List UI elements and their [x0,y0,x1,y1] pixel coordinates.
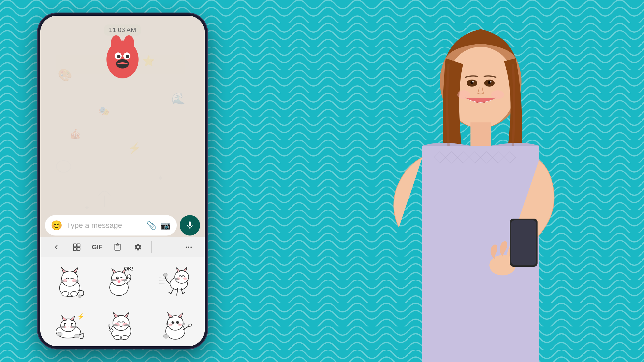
svg-text:⚡: ⚡ [128,142,141,154]
svg-point-130 [457,90,470,99]
mic-button[interactable] [180,215,200,236]
sticker-5[interactable] [96,304,149,346]
message-input-bar[interactable]: 😊 Type a message 📎 📷 [45,215,177,236]
more-button[interactable] [178,237,199,257]
keyboard-toolbar: GIF [40,237,205,257]
svg-point-69 [183,277,187,280]
sticker-6[interactable] [149,304,202,346]
clipboard-button[interactable] [107,237,128,257]
svg-point-110 [173,321,174,322]
svg-rect-23 [77,247,80,250]
svg-point-39 [62,291,69,296]
sticker-2[interactable]: OK! [96,260,149,304]
svg-line-97 [113,325,118,326]
svg-point-28 [62,271,78,286]
mic-icon [185,221,195,230]
svg-point-102 [121,335,128,340]
svg-rect-21 [77,244,80,247]
svg-point-112 [178,321,179,322]
svg-point-24 [186,246,187,248]
svg-line-59 [159,278,168,279]
svg-line-56 [111,280,116,281]
svg-point-81 [70,326,74,328]
camera-icon[interactable]: 📷 [161,221,171,230]
svg-point-128 [472,81,474,82]
svg-point-87 [74,334,80,338]
svg-point-80 [62,326,66,328]
svg-text:🎨: 🎨 [58,68,72,82]
svg-point-17 [117,55,120,58]
emoji-icon[interactable]: 😊 [51,220,62,231]
svg-line-38 [73,282,78,282]
svg-text:🌊: 🌊 [172,92,186,105]
svg-point-18 [126,55,129,58]
monster-sticker [99,33,146,80]
svg-point-40 [71,291,78,296]
svg-point-25 [188,246,190,248]
svg-rect-123 [470,122,491,146]
attach-icon[interactable]: 📎 [146,221,157,230]
svg-line-60 [159,281,167,281]
toolbar-divider [151,241,152,253]
svg-line-58 [122,280,127,281]
gif-button[interactable]: GIF [87,237,107,257]
svg-point-131 [491,90,504,99]
svg-line-61 [159,283,166,284]
svg-point-101 [114,335,121,340]
sticker-grid: OK! [40,257,205,346]
svg-point-70 [163,273,167,277]
sticker-1[interactable] [43,260,96,304]
svg-point-53 [118,280,120,283]
message-input-area: 😊 Type a message 📎 📷 [45,215,200,236]
svg-point-86 [57,332,62,336]
phone-frame: 🎨 ⭐ 🎭 🌊 🎪 ⚡ ✦ ✦ [38,13,207,349]
message-placeholder[interactable]: Type a message [66,221,142,230]
svg-point-26 [190,246,192,248]
svg-point-109 [172,321,174,324]
svg-rect-20 [74,244,76,247]
svg-line-116 [166,325,172,325]
sticker-toolbar-button[interactable] [66,237,87,257]
svg-rect-22 [74,247,76,250]
svg-line-99 [124,325,130,326]
svg-point-129 [490,81,491,82]
chat-area: 🎨 ⭐ 🎭 🌊 🎪 ⚡ ✦ ✦ [40,16,205,346]
svg-text:✦: ✦ [157,174,164,183]
svg-point-50 [117,277,118,278]
svg-line-36 [61,282,67,282]
sticker-3[interactable] [149,260,202,304]
svg-text:🎭: 🎭 [99,106,110,116]
sticker-4[interactable]: ⚡ [43,304,96,346]
svg-line-118 [179,325,185,325]
svg-point-63 [175,270,189,283]
svg-text:✦: ✦ [84,204,90,212]
svg-point-75 [61,319,76,332]
settings-button[interactable] [128,237,148,257]
svg-text:⚡: ⚡ [77,313,84,320]
phone-screen: 🎨 ⭐ 🎭 🌊 🎪 ⚡ ✦ ✦ [40,16,205,346]
back-button[interactable] [46,237,66,257]
svg-point-100 [110,329,113,332]
svg-point-120 [163,334,169,338]
svg-rect-134 [511,220,536,265]
sticker-keyboard: GIF [40,237,205,346]
phone-mockup: 🎨 ⭐ 🎭 🌊 🎪 ⚡ ✦ ✦ [38,13,207,349]
svg-point-41 [78,295,81,298]
svg-point-111 [176,321,179,324]
svg-point-7 [56,161,71,172]
svg-text:🎪: 🎪 [69,129,81,140]
woman-photo [242,0,644,362]
